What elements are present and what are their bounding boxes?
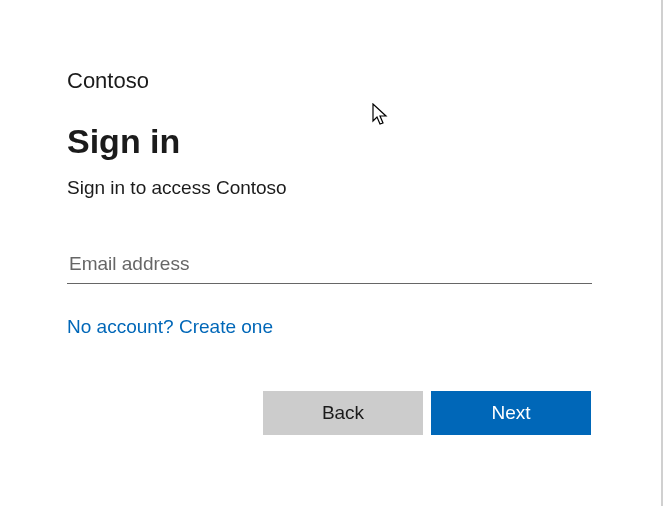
button-row: Back Next <box>67 391 591 435</box>
back-button[interactable]: Back <box>263 391 423 435</box>
email-field[interactable] <box>67 249 592 284</box>
page-subtitle: Sign in to access Contoso <box>67 177 591 199</box>
brand-name: Contoso <box>67 68 591 94</box>
signin-panel: Contoso Sign in Sign in to access Contos… <box>0 0 661 435</box>
create-account-link[interactable]: No account? Create one <box>67 316 273 338</box>
page-title: Sign in <box>67 122 591 161</box>
next-button[interactable]: Next <box>431 391 591 435</box>
